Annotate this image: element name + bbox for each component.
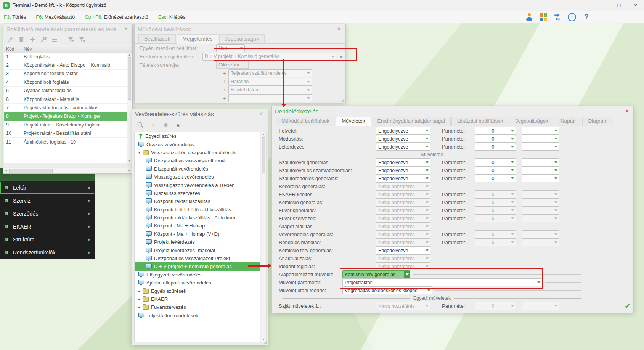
tree-item[interactable]: Egyedi szűrés xyxy=(135,132,260,140)
user-icon[interactable] xyxy=(525,13,533,21)
permission-dropdown[interactable]: Engedélyezve xyxy=(376,135,430,143)
tree-item[interactable]: Összes vevőrendelés xyxy=(135,140,260,148)
nav-item[interactable]: EKÁER▶ xyxy=(0,220,95,233)
pencil-icon[interactable] xyxy=(6,36,14,43)
result-view-dropdown[interactable]: D + V projekt + Komissió generálás xyxy=(202,53,336,61)
parameter-extra-dropdown[interactable] xyxy=(522,214,559,222)
table-row[interactable]: 8Projekt - Teljesítés Diszp + Kom. gen xyxy=(4,112,127,121)
tree-item[interactable]: Ajánlat állapotú vevőrendelés xyxy=(135,279,260,287)
parameter-value-dropdown[interactable]: 0 xyxy=(475,230,516,238)
tree-item[interactable]: ▸Fuvarszervezés xyxy=(135,303,260,311)
tree-item[interactable]: Projekt lekérdezés xyxy=(135,238,260,246)
search-icon[interactable] xyxy=(137,121,144,129)
tab-megjelenites[interactable]: Megjelenítés xyxy=(177,34,218,44)
tab-1[interactable]: Működési beállítások xyxy=(276,117,335,126)
tree-item[interactable]: D + V projekt + Komissió generálás xyxy=(135,262,260,270)
permission-dropdown[interactable]: Nincs hozzáférés xyxy=(376,190,430,198)
check-icon[interactable]: ✔ xyxy=(625,302,630,310)
parameter-extra-dropdown[interactable] xyxy=(522,135,559,143)
after-operation-dropdown[interactable]: Végrehajtás belépéskor és kilépés xyxy=(342,286,432,294)
tab-3[interactable]: Eredményablak tulajdonságai xyxy=(372,117,451,126)
scroll-left-icon[interactable]: ◀ xyxy=(5,169,7,172)
table-row[interactable]: 9Projekt raktár - Követelmény foglalás xyxy=(4,121,127,129)
nav-item[interactable]: Szerviz▶ xyxy=(0,194,95,207)
transfer-icon[interactable] xyxy=(553,13,562,21)
parameter-value-dropdown[interactable]: 0 xyxy=(475,302,516,310)
close-icon[interactable]: × xyxy=(623,107,630,115)
apps-icon[interactable] xyxy=(540,13,547,21)
permission-dropdown[interactable]: Nincs hozzáférés xyxy=(376,302,430,310)
parameter-extra-dropdown[interactable] xyxy=(522,206,559,214)
permission-dropdown[interactable]: Engedélyezve xyxy=(376,158,430,166)
table-row[interactable]: 5Gyártás raktár foglalás xyxy=(4,87,127,95)
parameter-extra-dropdown[interactable] xyxy=(522,174,559,182)
parameter-extra-dropdown[interactable] xyxy=(522,158,559,166)
permission-dropdown[interactable]: Engedélyezve xyxy=(376,166,430,174)
resize-grip[interactable]: ◢ xyxy=(263,340,267,345)
sort-dropdown[interactable]: Teljesített szállító rendelés xyxy=(228,69,312,77)
shortcut-esc[interactable]: EscKilépés xyxy=(158,14,186,20)
plus-icon[interactable] xyxy=(29,36,36,43)
parameter-extra-dropdown[interactable] xyxy=(522,238,559,246)
parameter-value-dropdown[interactable]: 0 xyxy=(475,166,516,174)
shortcut-f6[interactable]: F6Mezőválasztó xyxy=(36,14,75,20)
close-icon[interactable]: × xyxy=(258,110,265,117)
parameter-extra-dropdown[interactable] xyxy=(522,143,559,151)
tree-item[interactable]: Diszponált vevőrendelés xyxy=(135,165,260,173)
tree-item[interactable]: ▸EKAER xyxy=(135,295,260,303)
parameter-value-dropdown[interactable]: 0 xyxy=(475,214,516,222)
tab-4[interactable]: Listázási beállítások xyxy=(451,117,509,126)
column-header-code[interactable]: Kód xyxy=(4,45,21,53)
close-button[interactable]: × xyxy=(627,0,644,11)
parameter-value-dropdown[interactable]: 0 xyxy=(475,135,516,143)
tab-7[interactable]: Diagram xyxy=(582,117,613,126)
favorite-icon[interactable]: ★ xyxy=(174,121,182,129)
close-icon[interactable]: × xyxy=(122,26,129,32)
parameter-extra-dropdown[interactable] xyxy=(522,127,559,135)
tree-item[interactable]: Központ - Ma + Holnap xyxy=(135,222,260,230)
scrollbar-thumb[interactable] xyxy=(9,169,53,173)
sort-dropdown[interactable]: Határidő xyxy=(228,78,312,86)
parameter-value-dropdown[interactable]: 0 xyxy=(475,174,516,182)
parameter-value-dropdown[interactable]: 0 xyxy=(475,127,516,135)
tab-2[interactable]: Műveletek xyxy=(336,117,371,126)
category-icon[interactable] xyxy=(162,121,169,129)
sort-field-tag[interactable]: Cikkszám xyxy=(216,61,249,69)
permission-dropdown[interactable]: Nincs hozzáférés xyxy=(376,230,430,238)
nav-item[interactable]: Struktúra▶ xyxy=(0,233,95,246)
menu-icon[interactable] xyxy=(51,36,58,43)
permission-dropdown[interactable]: Engedélyezve xyxy=(376,127,430,135)
parameter-value-dropdown[interactable]: 0 xyxy=(475,238,516,246)
permission-dropdown[interactable]: Nincs hozzáférés xyxy=(376,206,430,214)
scrollbar-thumb[interactable] xyxy=(128,57,131,100)
nav-item[interactable]: Rendszerfunkciók▶ xyxy=(0,246,95,259)
tree-item[interactable]: Diszponált és visszaigazolt Projekt xyxy=(135,254,260,262)
default-operation-dropdown[interactable]: Komissió terv generálás xyxy=(342,270,410,278)
shortcut-ctrl-f6[interactable]: Ctrl+F6Előnézet szerkesztő xyxy=(85,14,148,20)
parameter-extra-dropdown[interactable] xyxy=(522,190,559,198)
resize-grip[interactable]: ◢ xyxy=(341,97,344,102)
parameter-value-dropdown[interactable]: 0 xyxy=(475,206,516,214)
table-row[interactable]: 11Átminősítés foglalás - 10 xyxy=(4,138,127,146)
permission-dropdown[interactable]: Engedélyezve xyxy=(376,246,430,254)
list-button[interactable]: ≡ xyxy=(337,53,345,61)
column-header-name[interactable]: Név xyxy=(21,46,32,52)
tab-5[interactable]: Jogosultságok xyxy=(510,117,554,126)
tab-6[interactable]: Naptár xyxy=(555,117,582,126)
permission-dropdown[interactable]: Nincs hozzáférés xyxy=(376,198,430,206)
parameter-extra-dropdown[interactable] xyxy=(522,166,559,174)
filter-edit-icon[interactable] xyxy=(67,36,75,43)
tree-item[interactable]: Kiszállítás szervezés xyxy=(135,189,260,197)
table-row[interactable]: 7Projektraktár foglalás - automatikus xyxy=(4,104,127,112)
parameter-value-dropdown[interactable]: 0 xyxy=(475,198,516,206)
tree-expand-icon[interactable]: ▸ xyxy=(138,305,143,309)
permission-dropdown[interactable]: Nincs hozzáférés xyxy=(376,182,430,190)
shortcut-f3[interactable]: F3Törlés xyxy=(4,14,26,20)
scroll-up-icon[interactable]: ▲ xyxy=(127,53,132,56)
close-icon[interactable]: × xyxy=(336,26,342,32)
custom-fields-dropdown[interactable]: Nem xyxy=(216,44,245,52)
permission-dropdown[interactable]: Engedélyezve xyxy=(376,143,430,151)
nav-item[interactable]: Leltár▶ xyxy=(0,181,95,194)
vertical-scrollbar[interactable]: ▲ ▼ xyxy=(261,132,267,342)
minimize-button[interactable]: – xyxy=(594,0,610,11)
